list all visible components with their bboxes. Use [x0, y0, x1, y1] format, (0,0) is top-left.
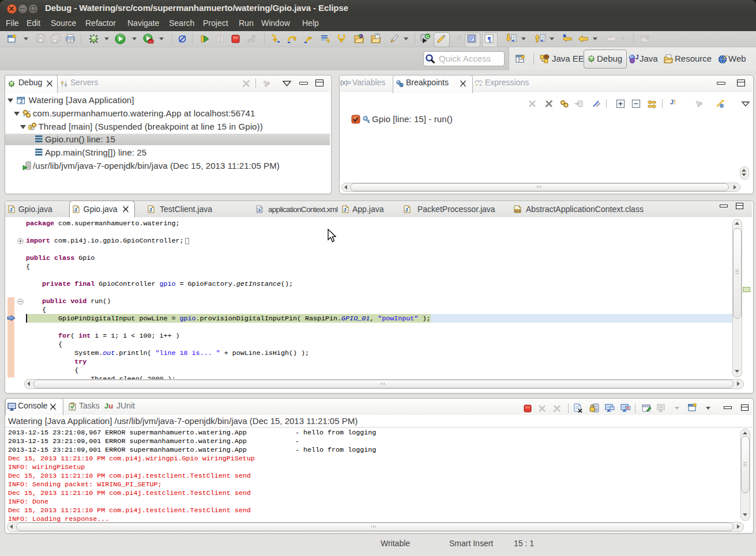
svg-text:x: x — [258, 207, 261, 213]
svg-text:C: C — [426, 34, 430, 39]
svg-text:J: J — [405, 207, 408, 213]
svg-text:¶: ¶ — [487, 35, 491, 43]
svg-text:J: J — [344, 207, 347, 213]
svg-text:010: 010 — [515, 209, 521, 213]
svg-text:J: J — [149, 207, 152, 213]
svg-text:J: J — [10, 207, 13, 213]
svg-text:J: J — [74, 207, 77, 213]
svg-text:J: J — [20, 99, 22, 104]
svg-text:J: J — [635, 54, 638, 60]
